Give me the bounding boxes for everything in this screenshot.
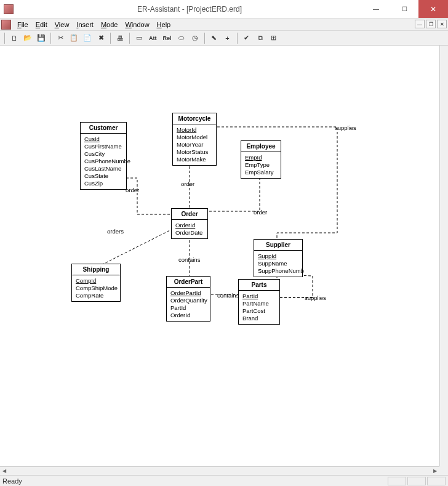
attribute-tool-button[interactable]: Att <box>146 32 159 44</box>
menu-help[interactable]: Help <box>153 20 175 30</box>
entity-title: Customer <box>81 123 126 134</box>
relationship-lines <box>5 48 439 466</box>
new-button[interactable]: 🗋 <box>8 32 20 44</box>
entity-title: OrderPart <box>167 277 210 288</box>
rel-order-orderpart: contains <box>178 256 200 263</box>
scroll-right-icon[interactable]: ▶ <box>431 467 439 476</box>
entity-title: Order <box>172 209 207 220</box>
entity-motorcycle[interactable]: Motorcycle MotorId MotorModel MotorYear … <box>172 113 217 166</box>
mdi-app-icon[interactable] <box>1 20 11 30</box>
cut-button[interactable]: ✂ <box>54 32 66 44</box>
grid-button[interactable]: ⊞ <box>268 32 280 44</box>
menu-edit[interactable]: Edit <box>32 20 51 30</box>
check-button[interactable]: ✔ <box>241 32 253 44</box>
scroll-left-icon[interactable]: ◀ <box>0 467 9 476</box>
status-cell-1 <box>388 477 406 485</box>
mdi-close-button[interactable]: ✕ <box>437 20 447 28</box>
clock-tool-button[interactable]: ◷ <box>189 32 201 44</box>
status-cell-2 <box>407 477 426 485</box>
entity-orderpart[interactable]: OrderPart OrderPartId OrderQuantity Part… <box>166 276 210 322</box>
window-controls: — ☐ ✕ <box>362 0 448 18</box>
entity-attrs: CompId CompShipMode CompRate <box>72 275 120 301</box>
entity-customer[interactable]: Customer CusId CusFirstName CusCity CusP… <box>80 122 127 190</box>
save-button[interactable]: 💾 <box>35 32 47 44</box>
align-button[interactable]: ⧉ <box>254 32 266 44</box>
print-button[interactable]: 🖶 <box>114 32 126 44</box>
entity-employee[interactable]: Employee EmpId EmpType EmpSalary <box>241 140 281 179</box>
entity-title: Parts <box>239 280 279 291</box>
rel-shipping-order: orders <box>107 228 124 235</box>
horizontal-scrollbar[interactable]: ◀ ▶ <box>0 466 439 475</box>
entity-attrs: OrderPartId OrderQuantity PartId OrderId <box>167 288 210 321</box>
paste-button[interactable]: 📄 <box>81 32 94 44</box>
entity-attrs: EmpId EmpType EmpSalary <box>241 152 281 178</box>
plus-tool-button[interactable]: + <box>222 32 234 44</box>
maximize-button[interactable]: ☐ <box>390 0 418 18</box>
delete-button[interactable]: ✖ <box>95 32 107 44</box>
diagram-canvas[interactable]: Customer CusId CusFirstName CusCity CusP… <box>5 48 439 466</box>
window-title: ER-Assistant - [ProjectERD.erd] <box>17 5 362 14</box>
rel-parts-supplier: supplies <box>305 294 326 301</box>
scroll-corner <box>439 466 448 475</box>
entity-title: Employee <box>241 141 281 152</box>
entity-supplier[interactable]: Supplier SuppId SuppName SuppPhoneNumb <box>254 239 303 277</box>
entity-attrs: SuppId SuppName SuppPhoneNumb <box>254 251 302 277</box>
rel-orderpart-parts: contains <box>217 292 239 299</box>
entity-order[interactable]: Order OrderId OrderDate <box>171 208 208 239</box>
entity-shipping[interactable]: Shipping CompId CompShipMode CompRate <box>71 264 121 302</box>
pointer-tool-button[interactable]: ⬉ <box>208 32 220 44</box>
entity-title: Shipping <box>72 264 120 275</box>
entity-parts[interactable]: Parts PartId PartName PartCost Brand <box>238 279 280 325</box>
minimize-button[interactable]: — <box>362 0 390 18</box>
menu-file[interactable]: File <box>14 20 32 30</box>
app-icon <box>4 4 14 14</box>
entity-attrs: MotorId MotorModel MotorYear MotorStatus… <box>173 124 216 165</box>
status-cell-3 <box>427 477 446 485</box>
entity-attrs: CusId CusFirstName CusCity CusPhoneNumbe… <box>81 134 126 189</box>
menu-bar: File Edit View Insert Mode Window Help —… <box>0 18 448 31</box>
entity-tool-button[interactable]: ▭ <box>133 32 145 44</box>
mdi-minimize-button[interactable]: — <box>415 20 425 28</box>
canvas-area[interactable]: Customer CusId CusFirstName CusCity CusP… <box>0 46 448 475</box>
vertical-scrollbar[interactable] <box>439 46 448 466</box>
relationship-tool-button[interactable]: Rel <box>161 32 174 44</box>
menu-insert[interactable]: Insert <box>73 20 97 30</box>
toolbar: 🗋 📂 💾 ✂ 📋 📄 ✖ 🖶 ▭ Att Rel ⬭ ◷ ⬉ + ✔ ⧉ ⊞ <box>0 31 448 46</box>
menu-view[interactable]: View <box>51 20 73 30</box>
rel-motorcycle-order: order <box>181 180 194 187</box>
menu-window[interactable]: Window <box>121 20 153 30</box>
close-button[interactable]: ✕ <box>418 0 448 18</box>
entity-title: Supplier <box>254 240 302 251</box>
status-text: Ready <box>2 477 22 485</box>
title-bar: ER-Assistant - [ProjectERD.erd] — ☐ ✕ <box>0 0 448 18</box>
open-button[interactable]: 📂 <box>22 32 34 44</box>
entity-title: Motorcycle <box>173 113 216 124</box>
copy-button[interactable]: 📋 <box>68 32 80 44</box>
mdi-restore-button[interactable]: ❐ <box>426 20 436 28</box>
rel-employee-order: order <box>254 209 267 216</box>
entity-attrs: OrderId OrderDate <box>172 220 207 238</box>
rel-motorcycle-supplier: supplies <box>335 124 356 131</box>
status-bar: Ready <box>0 475 448 486</box>
rel-customer-order: order <box>126 187 139 193</box>
menu-mode[interactable]: Mode <box>97 20 122 30</box>
gen-tool-button[interactable]: ⬭ <box>175 32 188 44</box>
mdi-controls: — ❐ ✕ <box>415 20 447 28</box>
entity-attrs: PartId PartName PartCost Brand <box>239 291 279 324</box>
